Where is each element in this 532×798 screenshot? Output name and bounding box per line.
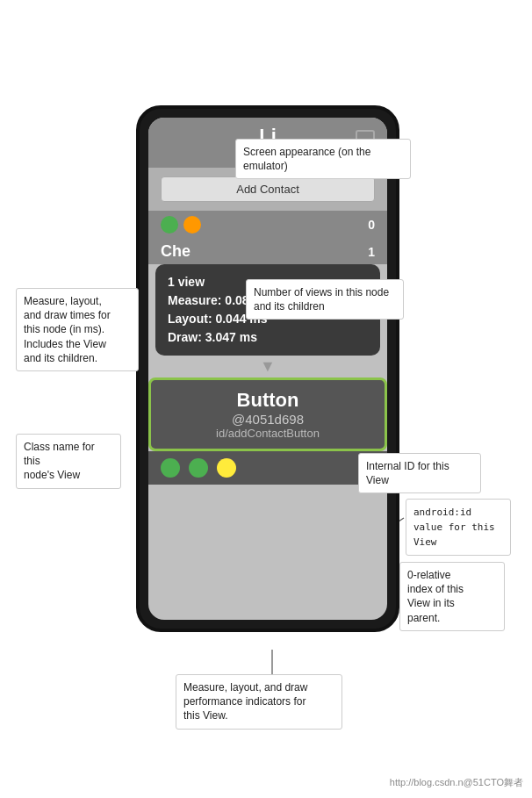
dot-green-lg-2 bbox=[189, 458, 208, 478]
dot-green-lg-1 bbox=[161, 458, 180, 478]
count-1: 1 bbox=[368, 245, 375, 259]
annotation-measure-layout-draw: Measure, layout, and draw times for this… bbox=[16, 288, 139, 371]
annotation-internal-id: Internal ID for this View bbox=[358, 453, 481, 493]
annotation-screen-appearance: Screen appearance (on the emulator) bbox=[235, 139, 411, 179]
annotation-android-id: android:id value for this View bbox=[406, 499, 511, 556]
bottom-dots-row: 2 bbox=[148, 451, 387, 485]
dot-green-1 bbox=[161, 216, 178, 234]
dot-yellow-lg bbox=[217, 458, 236, 478]
phone-frame: Li @4 Add Contact 0 Che 1 1 view Measure… bbox=[136, 105, 399, 632]
watermark: http://blog.csdn.n@51CTO舞者 bbox=[390, 776, 523, 789]
button-id-label: @4051d698 bbox=[163, 412, 372, 427]
add-contact-button[interactable]: Add Contact bbox=[161, 176, 375, 202]
annotation-perf-indicators: Measure, layout, and draw performance in… bbox=[176, 674, 342, 730]
arrow-down: ▼ bbox=[148, 356, 387, 377]
phone-screen: Li @4 Add Contact 0 Che 1 1 view Measure… bbox=[148, 118, 387, 620]
stats-draw: Draw: 3.047 ms bbox=[168, 328, 368, 347]
button-resource-label: id/addContactButton bbox=[163, 427, 372, 440]
che-text: Che bbox=[161, 242, 191, 261]
annotation-number-of-views: Number of views in this node and its chi… bbox=[246, 279, 404, 320]
che-row: Che 1 bbox=[148, 239, 387, 264]
button-class-label: Button bbox=[163, 389, 372, 412]
annotation-zero-relative: 0-relative index of this View in its par… bbox=[399, 562, 505, 631]
count-0: 0 bbox=[368, 218, 375, 232]
dot-orange bbox=[183, 216, 201, 234]
middle-section: 0 bbox=[148, 211, 387, 239]
button-info-box: Button @4051d698 id/addContactButton bbox=[148, 377, 387, 451]
annotation-class-name: Class name for this node's View bbox=[16, 434, 121, 489]
